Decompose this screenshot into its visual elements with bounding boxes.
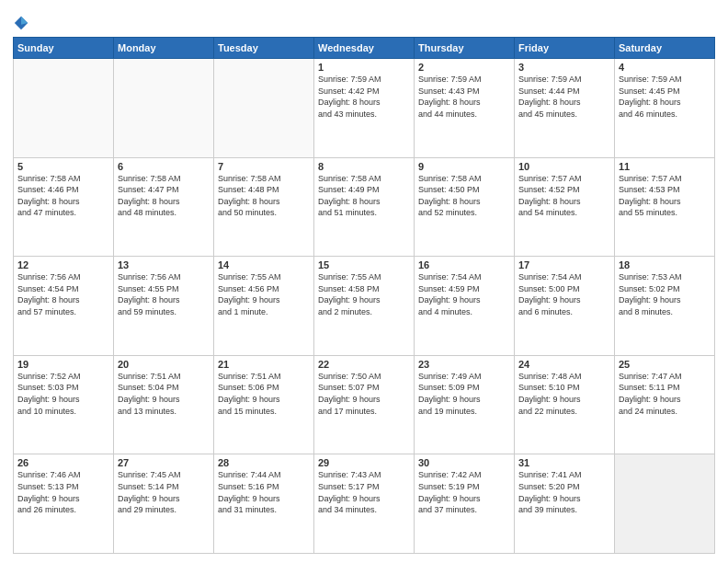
day-info: Sunrise: 7:50 AM Sunset: 5:07 PM Dayligh… [318,371,410,417]
day-cell: 22Sunrise: 7:50 AM Sunset: 5:07 PM Dayli… [314,355,415,454]
day-cell: 19Sunrise: 7:52 AM Sunset: 5:03 PM Dayli… [14,355,114,454]
week-row-3: 12Sunrise: 7:56 AM Sunset: 4:54 PM Dayli… [14,257,715,356]
day-info: Sunrise: 7:52 AM Sunset: 5:03 PM Dayligh… [17,371,109,417]
day-number: 5 [17,161,109,172]
weekday-header-row: SundayMondayTuesdayWednesdayThursdayFrid… [14,38,715,59]
day-number: 11 [619,161,711,172]
day-cell: 14Sunrise: 7:55 AM Sunset: 4:56 PM Dayli… [214,257,314,356]
page: SundayMondayTuesdayWednesdayThursdayFrid… [0,0,728,563]
day-cell: 29Sunrise: 7:43 AM Sunset: 5:17 PM Dayli… [314,454,415,554]
day-info: Sunrise: 7:51 AM Sunset: 5:06 PM Dayligh… [218,371,310,417]
day-number: 17 [518,259,610,270]
day-cell: 6Sunrise: 7:58 AM Sunset: 4:47 PM Daylig… [114,157,214,257]
day-info: Sunrise: 7:56 AM Sunset: 4:55 PM Dayligh… [118,271,210,317]
day-cell [14,59,114,158]
day-info: Sunrise: 7:59 AM Sunset: 4:44 PM Dayligh… [518,74,610,120]
day-cell: 18Sunrise: 7:53 AM Sunset: 5:02 PM Dayli… [615,257,715,356]
day-number: 10 [518,161,610,172]
day-number: 8 [318,161,410,172]
day-info: Sunrise: 7:59 AM Sunset: 4:45 PM Dayligh… [619,74,711,120]
day-info: Sunrise: 7:55 AM Sunset: 4:58 PM Dayligh… [318,271,410,317]
day-info: Sunrise: 7:58 AM Sunset: 4:50 PM Dayligh… [418,173,510,219]
day-cell: 3Sunrise: 7:59 AM Sunset: 4:44 PM Daylig… [515,59,615,158]
day-number: 26 [17,457,109,468]
day-cell: 25Sunrise: 7:47 AM Sunset: 5:11 PM Dayli… [615,355,715,454]
day-cell: 30Sunrise: 7:42 AM Sunset: 5:19 PM Dayli… [415,454,515,554]
day-info: Sunrise: 7:41 AM Sunset: 5:20 PM Dayligh… [518,469,610,515]
day-cell: 23Sunrise: 7:49 AM Sunset: 5:09 PM Dayli… [415,355,515,454]
day-number: 13 [118,259,210,270]
day-info: Sunrise: 7:42 AM Sunset: 5:19 PM Dayligh… [418,469,510,515]
day-number: 23 [418,359,510,370]
day-cell: 16Sunrise: 7:54 AM Sunset: 4:59 PM Dayli… [415,257,515,356]
day-info: Sunrise: 7:48 AM Sunset: 5:10 PM Dayligh… [518,371,610,417]
day-cell [114,59,214,158]
day-info: Sunrise: 7:44 AM Sunset: 5:16 PM Dayligh… [218,469,310,515]
day-info: Sunrise: 7:53 AM Sunset: 5:02 PM Dayligh… [619,271,711,317]
day-cell: 13Sunrise: 7:56 AM Sunset: 4:55 PM Dayli… [114,257,214,356]
day-number: 15 [318,259,410,270]
weekday-header-monday: Monday [114,38,214,59]
day-cell: 9Sunrise: 7:58 AM Sunset: 4:50 PM Daylig… [415,157,515,257]
day-info: Sunrise: 7:54 AM Sunset: 5:00 PM Dayligh… [518,271,610,317]
day-number: 30 [418,457,510,468]
day-number: 3 [518,62,610,73]
day-cell: 8Sunrise: 7:58 AM Sunset: 4:49 PM Daylig… [314,157,415,257]
day-info: Sunrise: 7:45 AM Sunset: 5:14 PM Dayligh… [118,469,210,515]
day-cell [214,59,314,158]
week-row-5: 26Sunrise: 7:46 AM Sunset: 5:13 PM Dayli… [14,454,715,554]
day-number: 12 [17,259,109,270]
day-info: Sunrise: 7:55 AM Sunset: 4:56 PM Dayligh… [218,271,310,317]
day-cell: 12Sunrise: 7:56 AM Sunset: 4:54 PM Dayli… [14,257,114,356]
logo-icon [13,15,29,31]
day-info: Sunrise: 7:58 AM Sunset: 4:49 PM Dayligh… [318,173,410,219]
day-cell: 26Sunrise: 7:46 AM Sunset: 5:13 PM Dayli… [14,454,114,554]
day-number: 20 [118,359,210,370]
day-cell: 4Sunrise: 7:59 AM Sunset: 4:45 PM Daylig… [615,59,715,158]
day-number: 14 [218,259,310,270]
weekday-header-sunday: Sunday [14,38,114,59]
day-number: 18 [619,259,711,270]
day-info: Sunrise: 7:46 AM Sunset: 5:13 PM Dayligh… [17,469,109,515]
week-row-2: 5Sunrise: 7:58 AM Sunset: 4:46 PM Daylig… [14,157,715,257]
day-cell: 20Sunrise: 7:51 AM Sunset: 5:04 PM Dayli… [114,355,214,454]
day-info: Sunrise: 7:51 AM Sunset: 5:04 PM Dayligh… [118,371,210,417]
day-cell: 24Sunrise: 7:48 AM Sunset: 5:10 PM Dayli… [515,355,615,454]
day-info: Sunrise: 7:57 AM Sunset: 4:53 PM Dayligh… [619,173,711,219]
day-info: Sunrise: 7:58 AM Sunset: 4:47 PM Dayligh… [118,173,210,219]
day-cell: 21Sunrise: 7:51 AM Sunset: 5:06 PM Dayli… [214,355,314,454]
weekday-header-thursday: Thursday [415,38,515,59]
day-cell: 2Sunrise: 7:59 AM Sunset: 4:43 PM Daylig… [415,59,515,158]
header [13,9,715,31]
day-number: 24 [518,359,610,370]
day-info: Sunrise: 7:49 AM Sunset: 5:09 PM Dayligh… [418,371,510,417]
day-number: 31 [518,457,610,468]
day-cell: 7Sunrise: 7:58 AM Sunset: 4:48 PM Daylig… [214,157,314,257]
day-info: Sunrise: 7:59 AM Sunset: 4:43 PM Dayligh… [418,74,510,120]
day-number: 1 [318,62,410,73]
week-row-4: 19Sunrise: 7:52 AM Sunset: 5:03 PM Dayli… [14,355,715,454]
day-cell: 5Sunrise: 7:58 AM Sunset: 4:46 PM Daylig… [14,157,114,257]
day-info: Sunrise: 7:59 AM Sunset: 4:42 PM Dayligh… [318,74,410,120]
logo [13,13,33,31]
day-number: 25 [619,359,711,370]
day-info: Sunrise: 7:56 AM Sunset: 4:54 PM Dayligh… [17,271,109,317]
day-cell [615,454,715,554]
week-row-1: 1Sunrise: 7:59 AM Sunset: 4:42 PM Daylig… [14,59,715,158]
day-cell: 1Sunrise: 7:59 AM Sunset: 4:42 PM Daylig… [314,59,415,158]
day-cell: 10Sunrise: 7:57 AM Sunset: 4:52 PM Dayli… [515,157,615,257]
weekday-header-friday: Friday [515,38,615,59]
calendar-table: SundayMondayTuesdayWednesdayThursdayFrid… [13,37,715,554]
day-number: 7 [218,161,310,172]
day-number: 2 [418,62,510,73]
day-info: Sunrise: 7:54 AM Sunset: 4:59 PM Dayligh… [418,271,510,317]
day-cell: 27Sunrise: 7:45 AM Sunset: 5:14 PM Dayli… [114,454,214,554]
day-number: 22 [318,359,410,370]
day-number: 29 [318,457,410,468]
day-info: Sunrise: 7:58 AM Sunset: 4:46 PM Dayligh… [17,173,109,219]
day-number: 28 [218,457,310,468]
day-number: 4 [619,62,711,73]
day-info: Sunrise: 7:57 AM Sunset: 4:52 PM Dayligh… [518,173,610,219]
day-cell: 28Sunrise: 7:44 AM Sunset: 5:16 PM Dayli… [214,454,314,554]
day-cell: 11Sunrise: 7:57 AM Sunset: 4:53 PM Dayli… [615,157,715,257]
